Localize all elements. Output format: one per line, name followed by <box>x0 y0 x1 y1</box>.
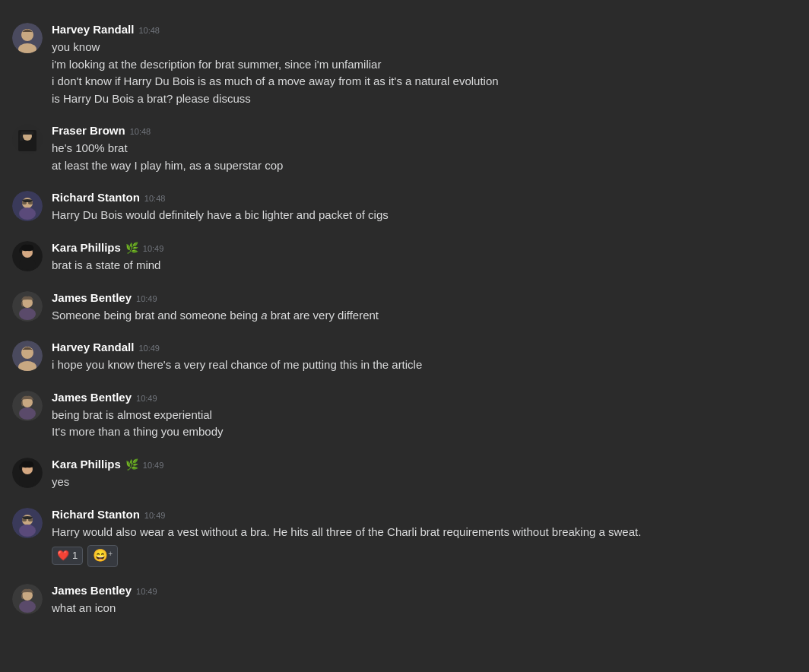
avatar <box>12 458 43 488</box>
username: Richard Stanton <box>52 506 140 522</box>
svg-point-30 <box>19 474 36 487</box>
message-group: James Bentley10:49Someone being brat and… <box>0 287 809 328</box>
message-group: Richard Stanton10:48Harry Du Bois would … <box>0 186 809 227</box>
message-text: yes <box>52 474 797 491</box>
chat-container: Harvey Randall10:48you knowi'm looking a… <box>0 18 809 620</box>
username: James Bentley <box>52 389 132 405</box>
message-text: is Harry Du Bois a brat? please discuss <box>52 90 797 108</box>
message-text: at least the way I play him, as a supers… <box>52 157 797 175</box>
timestamp: 10:48 <box>138 25 160 36</box>
message-text: It's more than a thing you embody <box>52 423 797 441</box>
message-header: James Bentley10:49 <box>52 389 797 405</box>
timestamp: 10:49 <box>143 243 164 255</box>
username: James Bentley <box>52 582 132 598</box>
svg-point-17 <box>19 258 36 270</box>
message-text: i hope you know there's a very real chan… <box>52 357 797 374</box>
message-content: Harvey Randall10:48you knowi'm looking a… <box>52 21 797 107</box>
message-header: Kara Phillips 🌿10:49 <box>52 456 797 473</box>
reaction-count: 1 <box>72 549 78 563</box>
add-reaction-button[interactable]: 😄+ <box>87 545 118 566</box>
timestamp: 10:49 <box>136 393 157 404</box>
avatar <box>12 191 43 221</box>
message-content: James Bentley10:49what an icon <box>52 582 797 617</box>
timestamp: 10:49 <box>136 586 157 598</box>
message-text: i don't know if Harry Du Bois is as much… <box>52 73 797 90</box>
timestamp: 10:48 <box>144 193 166 204</box>
svg-rect-8 <box>20 135 23 141</box>
message-content: Fraser Brown10:48he's 100% bratat least … <box>52 122 797 174</box>
message-text: Harry would also wear a vest without a b… <box>52 524 797 541</box>
message-group: Harvey Randall10:49i hope you know there… <box>0 336 809 377</box>
username: Harvey Randall <box>52 339 134 355</box>
message-text: he's 100% brat <box>52 140 797 157</box>
message-text: you know <box>52 39 797 56</box>
message-text: i'm looking at the description for brat … <box>52 56 797 74</box>
message-content: Richard Stanton10:48Harry Du Bois would … <box>52 189 797 224</box>
reaction[interactable]: ❤️1 <box>52 547 83 565</box>
message-group: James Bentley10:49being brat is almost e… <box>0 386 809 444</box>
svg-point-20 <box>19 308 36 320</box>
avatar <box>12 508 43 538</box>
message-text: brat is a state of mind <box>52 257 797 274</box>
message-group: Fraser Brown10:48he's 100% bratat least … <box>0 119 809 177</box>
timestamp: 10:48 <box>130 126 151 138</box>
message-header: Harvey Randall10:48 <box>52 21 797 37</box>
message-group: Kara Phillips 🌿10:49yes <box>0 453 809 494</box>
message-content: Kara Phillips 🌿10:49brat is a state of m… <box>52 239 797 274</box>
message-text: what an icon <box>52 600 797 617</box>
message-group: Kara Phillips 🌿10:49brat is a state of m… <box>0 236 809 277</box>
add-reaction-icon: 😄+ <box>93 547 113 564</box>
username: Kara Phillips 🌿 <box>52 456 138 473</box>
message-group: Harvey Randall10:48you knowi'm looking a… <box>0 18 809 110</box>
svg-point-36 <box>19 525 36 537</box>
timestamp: 10:49 <box>138 343 160 354</box>
username-emoji: 🌿 <box>122 458 138 471</box>
username: Fraser Brown <box>52 122 125 138</box>
reaction-emoji: ❤️ <box>57 549 69 563</box>
avatar <box>12 241 43 271</box>
svg-rect-7 <box>21 132 33 135</box>
svg-point-13 <box>28 201 33 204</box>
svg-point-35 <box>28 518 33 521</box>
avatar <box>12 23 43 53</box>
avatar <box>12 341 43 371</box>
avatar <box>12 291 43 322</box>
avatar <box>12 584 43 614</box>
message-text: Someone being brat and someone being a b… <box>52 307 797 325</box>
avatar <box>12 391 43 421</box>
message-header: Kara Phillips 🌿10:49 <box>52 239 797 256</box>
message-group: Richard Stanton10:49Harry would also wea… <box>0 503 809 570</box>
message-text: Harry Du Bois would definitely have a bi… <box>52 207 797 224</box>
message-header: Harvey Randall10:49 <box>52 339 797 355</box>
username: Harvey Randall <box>52 21 134 37</box>
avatar <box>12 124 43 154</box>
svg-point-39 <box>19 601 36 613</box>
message-content: Harvey Randall10:49i hope you know there… <box>52 339 797 374</box>
message-content: Richard Stanton10:49Harry would also wea… <box>52 506 797 567</box>
timestamp: 10:49 <box>144 510 166 521</box>
username-emoji: 🌿 <box>122 242 138 254</box>
message-group: James Bentley10:49what an icon <box>0 579 809 620</box>
svg-point-14 <box>19 208 36 220</box>
reactions: ❤️1😄+ <box>52 545 797 566</box>
timestamp: 10:49 <box>136 293 157 305</box>
message-header: Fraser Brown10:48 <box>52 122 797 138</box>
message-content: James Bentley10:49Someone being brat and… <box>52 290 797 325</box>
username: Kara Phillips 🌿 <box>52 239 138 256</box>
username: James Bentley <box>52 290 132 306</box>
svg-point-12 <box>22 201 27 204</box>
message-header: James Bentley10:49 <box>52 290 797 306</box>
message-content: James Bentley10:49being brat is almost e… <box>52 389 797 441</box>
username: Richard Stanton <box>52 189 140 205</box>
svg-point-34 <box>22 518 27 521</box>
message-header: James Bentley10:49 <box>52 582 797 598</box>
timestamp: 10:49 <box>143 460 164 471</box>
message-content: Kara Phillips 🌿10:49yes <box>52 456 797 491</box>
message-text: being brat is almost experiential <box>52 407 797 424</box>
message-header: Richard Stanton10:48 <box>52 189 797 205</box>
svg-point-27 <box>19 407 36 420</box>
message-header: Richard Stanton10:49 <box>52 506 797 522</box>
